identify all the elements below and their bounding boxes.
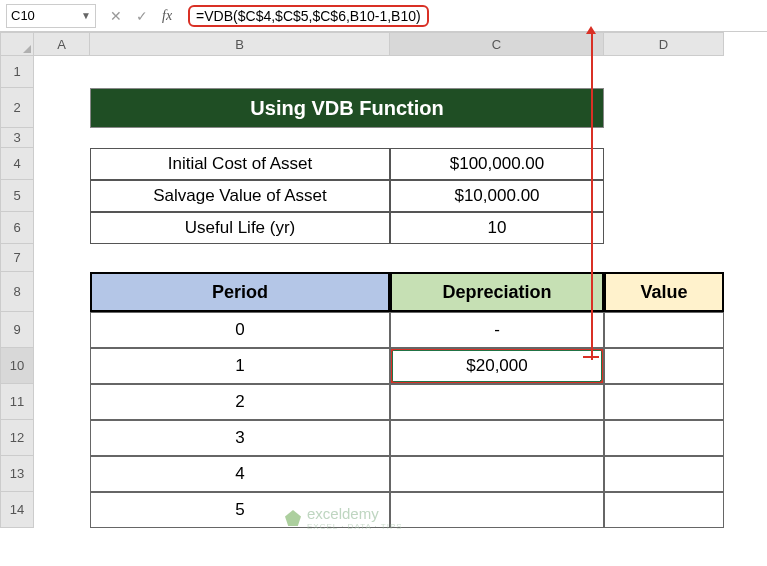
row-header-14[interactable]: 14 (0, 492, 34, 528)
cell-d7[interactable] (604, 244, 724, 272)
col-header-a[interactable]: A (34, 32, 90, 56)
row-header-5[interactable]: 5 (0, 180, 34, 212)
cancel-icon[interactable]: ✕ (110, 8, 122, 24)
cell-a2[interactable] (34, 88, 90, 128)
cell-a11[interactable] (34, 384, 90, 420)
cell-d11[interactable] (604, 384, 724, 420)
cell-d4[interactable] (604, 148, 724, 180)
name-box-dropdown-icon[interactable]: ▼ (81, 10, 91, 21)
cell-b6[interactable]: Useful Life (yr) (90, 212, 390, 244)
row-8: 8 Period Depreciation Value (0, 272, 767, 312)
cell-c10-value: $20,000 (466, 356, 527, 376)
formula-input[interactable]: =VDB($C$4,$C$5,$C$6,B10-1,B10) (180, 4, 767, 28)
cell-a1[interactable] (34, 56, 90, 88)
annotation-arrow-tail (583, 356, 599, 358)
column-headers: A B C D (0, 32, 767, 56)
cell-a4[interactable] (34, 148, 90, 180)
cell-c12[interactable] (390, 420, 604, 456)
row-header-3[interactable]: 3 (0, 128, 34, 148)
cell-a3[interactable] (34, 128, 90, 148)
header-period[interactable]: Period (90, 272, 390, 312)
cell-c11[interactable] (390, 384, 604, 420)
cell-c10[interactable]: $20,000 (390, 348, 604, 384)
row-header-1[interactable]: 1 (0, 56, 34, 88)
cell-b4[interactable]: Initial Cost of Asset (90, 148, 390, 180)
cell-b5[interactable]: Salvage Value of Asset (90, 180, 390, 212)
fx-icon[interactable]: fx (162, 8, 172, 24)
row-13: 13 4 (0, 456, 767, 492)
cell-b14[interactable]: 5 (90, 492, 390, 528)
name-box[interactable]: C10 ▼ (6, 4, 96, 28)
row-7: 7 (0, 244, 767, 272)
cell-b1[interactable] (90, 56, 390, 88)
cell-d6[interactable] (604, 212, 724, 244)
formula-bar: C10 ▼ ✕ ✓ fx =VDB($C$4,$C$5,$C$6,B10-1,B… (0, 0, 767, 32)
row-4: 4 Initial Cost of Asset $100,000.00 (0, 148, 767, 180)
cell-c5[interactable]: $10,000.00 (390, 180, 604, 212)
row-header-12[interactable]: 12 (0, 420, 34, 456)
row-header-6[interactable]: 6 (0, 212, 34, 244)
cell-b13[interactable]: 4 (90, 456, 390, 492)
header-depreciation[interactable]: Depreciation (390, 272, 604, 312)
cell-d2[interactable] (604, 88, 724, 128)
cell-d3[interactable] (604, 128, 724, 148)
cell-b9[interactable]: 0 (90, 312, 390, 348)
row-10: 10 1 $20,000 (0, 348, 767, 384)
title-cell[interactable]: Using VDB Function (90, 88, 604, 128)
row-12: 12 3 (0, 420, 767, 456)
cell-a6[interactable] (34, 212, 90, 244)
row-header-10[interactable]: 10 (0, 348, 34, 384)
row-header-9[interactable]: 9 (0, 312, 34, 348)
cell-b12[interactable]: 3 (90, 420, 390, 456)
col-header-c[interactable]: C (390, 32, 604, 56)
cell-a10[interactable] (34, 348, 90, 384)
cell-b7[interactable] (90, 244, 390, 272)
cell-a12[interactable] (34, 420, 90, 456)
col-header-b[interactable]: B (90, 32, 390, 56)
row-header-8[interactable]: 8 (0, 272, 34, 312)
row-header-2[interactable]: 2 (0, 88, 34, 128)
cell-a9[interactable] (34, 312, 90, 348)
cell-a7[interactable] (34, 244, 90, 272)
cell-c4[interactable]: $100,000.00 (390, 148, 604, 180)
select-all-corner[interactable] (0, 32, 34, 56)
row-14: 14 5 (0, 492, 767, 528)
row-header-11[interactable]: 11 (0, 384, 34, 420)
cell-d13[interactable] (604, 456, 724, 492)
row-header-13[interactable]: 13 (0, 456, 34, 492)
col-header-d[interactable]: D (604, 32, 724, 56)
row-2: 2 Using VDB Function (0, 88, 767, 128)
row-header-4[interactable]: 4 (0, 148, 34, 180)
cell-c1[interactable] (390, 56, 604, 88)
cell-b11[interactable]: 2 (90, 384, 390, 420)
row-5: 5 Salvage Value of Asset $10,000.00 (0, 180, 767, 212)
cell-c9[interactable]: - (390, 312, 604, 348)
enter-icon[interactable]: ✓ (136, 8, 148, 24)
cell-d10[interactable] (604, 348, 724, 384)
cell-c13[interactable] (390, 456, 604, 492)
cell-a5[interactable] (34, 180, 90, 212)
row-3: 3 (0, 128, 767, 148)
header-value[interactable]: Value (604, 272, 724, 312)
row-9: 9 0 - (0, 312, 767, 348)
cell-c3[interactable] (390, 128, 604, 148)
cell-d1[interactable] (604, 56, 724, 88)
formula-text: =VDB($C$4,$C$5,$C$6,B10-1,B10) (188, 5, 429, 27)
fill-handle[interactable] (600, 380, 604, 384)
row-header-7[interactable]: 7 (0, 244, 34, 272)
row-6: 6 Useful Life (yr) 10 (0, 212, 767, 244)
cell-b3[interactable] (90, 128, 390, 148)
row-1: 1 (0, 56, 767, 88)
cell-d5[interactable] (604, 180, 724, 212)
cell-d14[interactable] (604, 492, 724, 528)
spreadsheet-grid: A B C D 1 2 Using VDB Function 3 4 Initi… (0, 32, 767, 528)
cell-d9[interactable] (604, 312, 724, 348)
cell-b10[interactable]: 1 (90, 348, 390, 384)
cell-a13[interactable] (34, 456, 90, 492)
cell-c7[interactable] (390, 244, 604, 272)
cell-c6[interactable]: 10 (390, 212, 604, 244)
cell-d12[interactable] (604, 420, 724, 456)
cell-a8[interactable] (34, 272, 90, 312)
cell-a14[interactable] (34, 492, 90, 528)
cell-c14[interactable] (390, 492, 604, 528)
